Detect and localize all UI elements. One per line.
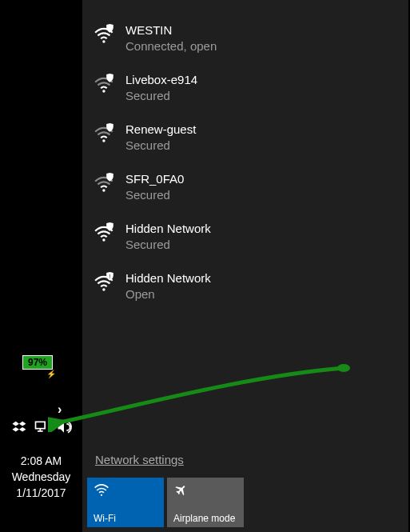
network-settings-link[interactable]: Network settings: [95, 453, 184, 466]
wifi-network-item[interactable]: !Hidden NetworkOpen: [82, 264, 408, 314]
wifi-network-status: Secured: [125, 88, 197, 104]
wifi-flyout-panel: WESTINConnected, openLivebox-e914Secured…: [82, 0, 408, 532]
wifi-network-item[interactable]: SFR_0FA0Secured: [82, 165, 408, 214]
wifi-network-name: WESTIN: [125, 22, 217, 38]
wifi-network-name: Renew-guest: [125, 122, 196, 138]
svg-rect-0: [36, 422, 46, 428]
wifi-network-status: Secured: [125, 237, 211, 253]
volume-tray-icon[interactable]: [56, 419, 72, 435]
wifi-network-item[interactable]: Renew-guestSecured: [82, 115, 408, 165]
svg-point-4: [102, 90, 105, 92]
wifi-network-status: Secured: [125, 138, 196, 154]
power-plug-icon: ⚡: [46, 370, 56, 378]
svg-text:!: !: [109, 273, 110, 280]
wifi-network-item[interactable]: WESTINConnected, open: [82, 16, 408, 66]
network-tray-icon[interactable]: [34, 419, 50, 435]
wifi-network-item[interactable]: Livebox-e914Secured: [82, 66, 408, 115]
svg-point-7: [102, 238, 105, 241]
svg-point-10: [101, 494, 102, 496]
svg-point-8: [102, 288, 105, 290]
wifi-signal-icon: [94, 173, 116, 195]
svg-point-3: [102, 40, 105, 42]
wifi-signal-icon: [94, 222, 116, 245]
airplane-tile-label: Airplane mode: [173, 513, 237, 524]
wifi-network-name: Hidden Network: [125, 221, 211, 237]
airplane-mode-tile[interactable]: Airplane mode: [167, 478, 244, 527]
wifi-tile-label: Wi-Fi: [94, 513, 157, 524]
wifi-signal-icon: [94, 123, 116, 146]
wifi-signal-icon: !: [94, 272, 116, 294]
quick-action-row: Wi-Fi Airplane mode: [87, 478, 244, 527]
wifi-network-name: SFR_0FA0: [125, 171, 184, 187]
wifi-network-list: WESTINConnected, openLivebox-e914Secured…: [82, 0, 408, 314]
wifi-network-item[interactable]: Hidden NetworkSecured: [82, 214, 408, 264]
airplane-icon: [173, 482, 237, 498]
svg-point-6: [102, 189, 105, 191]
wifi-icon: [94, 482, 157, 498]
svg-point-5: [102, 139, 105, 142]
wifi-network-status: Open: [125, 286, 211, 302]
wifi-toggle-tile[interactable]: Wi-Fi: [87, 478, 164, 527]
battery-badge[interactable]: 97%: [22, 355, 53, 370]
dropbox-tray-icon[interactable]: [11, 419, 27, 435]
tray-overflow-chevron-icon[interactable]: ›: [58, 402, 62, 417]
taskbar-column: 97% ⚡ › 2:08 AM Wednesday 1/11/2017: [0, 0, 82, 532]
wifi-signal-icon: [94, 74, 116, 96]
taskbar-clock[interactable]: 2:08 AM Wednesday 1/11/2017: [0, 453, 82, 501]
wifi-signal-icon: [94, 24, 116, 46]
clock-day: Wednesday: [0, 469, 82, 485]
clock-time: 2:08 AM: [0, 453, 82, 469]
wifi-network-status: Secured: [125, 187, 184, 203]
clock-date: 1/11/2017: [0, 485, 82, 501]
wifi-network-name: Livebox-e914: [125, 72, 197, 88]
wifi-network-status: Connected, open: [125, 38, 217, 54]
wifi-network-name: Hidden Network: [125, 270, 211, 286]
